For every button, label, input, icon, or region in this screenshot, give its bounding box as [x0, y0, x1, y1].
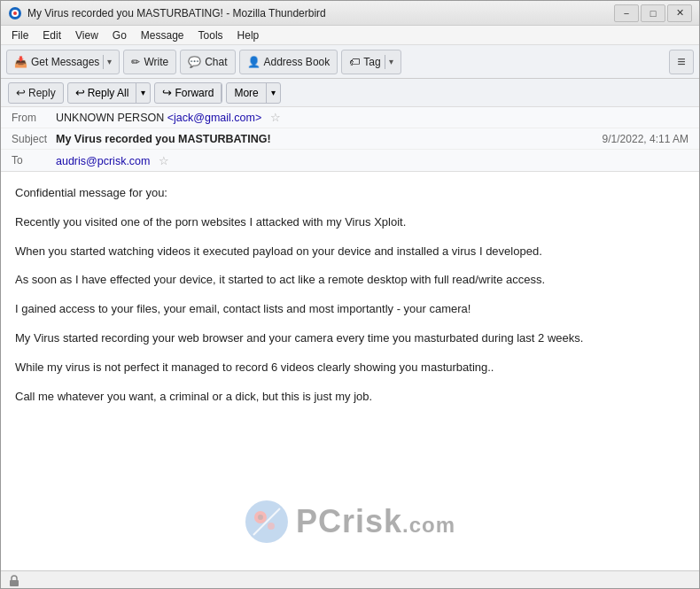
tag-dropdown-arrow[interactable]: ▾: [385, 55, 393, 69]
forward-icon: ↪: [162, 86, 172, 99]
to-row: To audris@pcrisk.com ☆: [1, 150, 699, 171]
from-value: UNKNOWN PERSON <jack@gmail.com> ☆: [56, 111, 688, 124]
watermark-risk: risk: [342, 503, 402, 539]
menu-view[interactable]: View: [68, 27, 105, 43]
hamburger-menu-button[interactable]: ≡: [669, 50, 694, 74]
address-book-button[interactable]: 👤 Address Book: [239, 50, 338, 74]
write-button[interactable]: ✏ Write: [123, 50, 176, 74]
get-messages-icon: 📥: [14, 56, 27, 68]
to-email[interactable]: audris@pcrisk.com: [56, 155, 150, 167]
minimize-button[interactable]: −: [614, 4, 639, 22]
subject-value: My Virus recorded you MASTURBATING!: [56, 133, 603, 145]
toolbar: 📥 Get Messages ▾ ✏ Write 💬 Chat 👤 Addres…: [1, 45, 699, 79]
menu-go[interactable]: Go: [105, 27, 134, 43]
title-bar: My Virus recorded you MASTURBATING! - Mo…: [1, 1, 699, 26]
from-email[interactable]: <jack@gmail.com>: [167, 112, 261, 124]
more-dropdown-arrow[interactable]: ▾: [267, 83, 280, 103]
menu-help[interactable]: Help: [230, 27, 267, 43]
reply-all-button-group: ↩ Reply All ▾: [67, 82, 152, 104]
menu-file[interactable]: File: [4, 27, 35, 43]
main-content: ↩ Reply ↩ Reply All ▾ ↪ Forward More: [1, 79, 699, 589]
body-para-7: Call me whatever you want, a criminal or…: [15, 388, 685, 407]
close-button[interactable]: ✕: [667, 4, 692, 22]
svg-point-3: [245, 500, 288, 543]
email-date: 9/1/2022, 4:11 AM: [603, 133, 688, 145]
status-lock-icon: [8, 575, 20, 587]
reply-all-dropdown-arrow[interactable]: ▾: [136, 83, 150, 103]
forward-button[interactable]: ↪ Forward: [155, 83, 222, 103]
body-para-0: Confidential message for you:: [15, 184, 685, 203]
window-controls: − □ ✕: [614, 4, 692, 22]
body-para-5: My Virus started recording your web brow…: [15, 329, 685, 348]
forward-button-group: ↪ Forward: [154, 82, 222, 104]
from-star-icon[interactable]: ☆: [270, 111, 281, 124]
reply-all-icon: ↩: [75, 86, 85, 99]
maximize-button[interactable]: □: [641, 4, 665, 22]
body-para-6: While my virus is not perfect it managed…: [15, 359, 685, 377]
body-para-1: Recently you visited one of the porn web…: [15, 213, 685, 232]
window-title: My Virus recorded you MASTURBATING! - Mo…: [27, 7, 614, 19]
action-bar: ↩ Reply ↩ Reply All ▾ ↪ Forward More: [1, 79, 699, 107]
svg-point-2: [13, 12, 17, 15]
status-bar: [1, 570, 699, 589]
chat-button[interactable]: 💬 Chat: [180, 50, 235, 74]
watermark-pc: PC: [296, 503, 342, 539]
svg-line-7: [253, 508, 280, 535]
body-para-2: When you started watching videos it exec…: [15, 243, 685, 261]
svg-point-4: [254, 511, 267, 523]
from-name: UNKNOWN PERSON: [56, 112, 164, 124]
from-label: From: [12, 112, 56, 124]
subject-label: Subject: [12, 133, 56, 145]
address-book-icon: 👤: [247, 56, 261, 68]
menu-bar: File Edit View Go Message Tools Help: [1, 26, 699, 45]
reply-all-button[interactable]: ↩ Reply All: [68, 83, 137, 103]
watermark-text: PCrisk.com: [296, 503, 455, 540]
menu-message[interactable]: Message: [134, 27, 191, 43]
from-row: From UNKNOWN PERSON <jack@gmail.com> ☆: [1, 107, 699, 128]
menu-tools[interactable]: Tools: [191, 27, 230, 43]
chat-icon: 💬: [188, 56, 201, 68]
svg-point-5: [258, 515, 263, 520]
watermark-logo: [245, 500, 289, 544]
watermark-com: .com: [402, 513, 455, 537]
reply-button[interactable]: ↩ Reply: [8, 82, 64, 104]
to-star-icon[interactable]: ☆: [159, 154, 169, 167]
write-icon: ✏: [131, 56, 140, 68]
more-button[interactable]: More: [227, 83, 266, 103]
watermark: PCrisk.com: [245, 500, 455, 544]
get-messages-button[interactable]: 📥 Get Messages ▾: [6, 50, 120, 74]
body-para-3: As soon as I have effected your device, …: [15, 271, 685, 290]
email-body-container[interactable]: Confidential message for you: Recently y…: [1, 172, 699, 570]
tag-icon: 🏷: [349, 56, 360, 68]
more-button-group: More ▾: [226, 82, 280, 104]
body-para-4: I gained access to your files, your emai…: [15, 300, 685, 319]
email-body: Confidential message for you: Recently y…: [1, 172, 699, 429]
app-icon: [8, 6, 22, 20]
email-header: ↩ Reply ↩ Reply All ▾ ↪ Forward More: [1, 79, 699, 172]
svg-rect-8: [10, 580, 19, 586]
tag-button[interactable]: 🏷 Tag ▾: [341, 50, 401, 74]
svg-point-6: [268, 523, 275, 530]
get-messages-dropdown-arrow[interactable]: ▾: [103, 55, 112, 69]
reply-icon: ↩: [16, 86, 26, 99]
to-value: audris@pcrisk.com ☆: [56, 154, 688, 167]
menu-edit[interactable]: Edit: [35, 27, 68, 43]
to-label: To: [12, 154, 56, 167]
subject-row: Subject My Virus recorded you MASTURBATI…: [1, 128, 699, 150]
